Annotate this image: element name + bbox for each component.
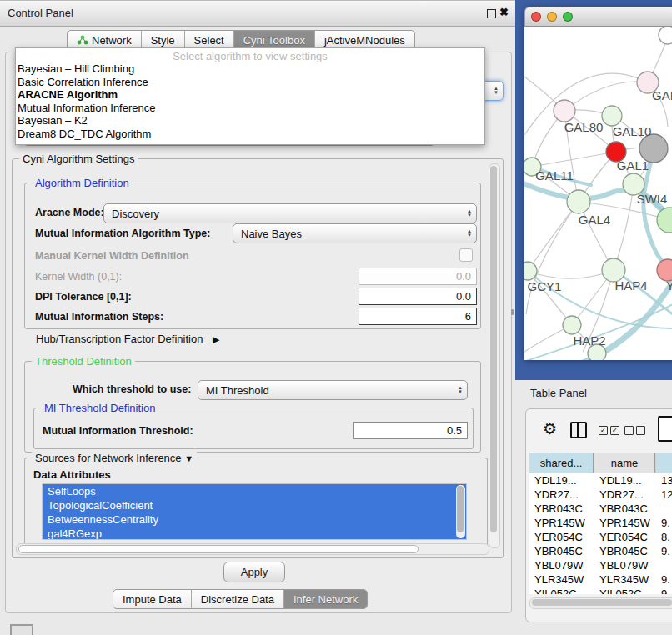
apply-button[interactable]: Apply [223,562,285,582]
settings-vertical-scrollbar[interactable] [489,163,500,548]
tab-infer-network[interactable]: Infer Network [284,590,367,608]
algorithm-option[interactable]: Basic Correlation Inference [16,76,484,89]
data-attribute-item[interactable]: SelfLoops [43,484,466,498]
app-root: Control Panel ✖ Network Style Select Cyn… [0,0,672,635]
stepper-icon: ▲▼ [489,87,503,95]
panel-title: Control Panel [8,7,73,19]
algorithm-option[interactable]: Bayesian – K2 [16,114,484,128]
table-row[interactable]: YDR27...YDR27...12 [529,488,672,502]
network-node[interactable] [659,27,672,44]
close-traffic-light-icon[interactable] [531,12,541,22]
collapse-down-icon[interactable]: ▼ [184,453,193,463]
network-node[interactable] [567,190,590,213]
mi-threshold-field[interactable]: 0.5 [353,422,468,439]
algorithm-definition-legend: Algorithm Definition [32,177,133,189]
algorithm-option[interactable]: Mutual Information Inference [16,102,484,115]
which-threshold-combo[interactable]: MI Threshold ▲▼ [198,380,468,400]
algorithm-option[interactable]: Bayesian – Hill Climbing [16,62,484,76]
data-attribute-item[interactable]: TopologicalCoefficient [43,498,466,512]
manual-kernel-checkbox[interactable] [459,248,473,262]
column-header[interactable]: name [594,453,655,472]
column-header[interactable]: shared... [529,453,594,472]
deselect-all-checkboxes-icon[interactable] [624,426,645,435]
minimize-traffic-light-icon[interactable] [547,12,557,22]
network-window-titlebar[interactable] [524,7,672,27]
mi-algorithm-type-combo[interactable]: Naive Bayes ▲▼ [233,223,477,243]
table-horizontal-scrollbar[interactable] [529,598,672,609]
tab-discretize-data[interactable]: Discretize Data [192,590,284,608]
table-row[interactable]: YBL079WYBL079W [529,558,672,572]
scrollbar-thumb[interactable] [18,545,419,553]
close-icon[interactable]: ✖ [499,6,509,18]
kernel-width-field[interactable]: 0.0 [359,268,477,285]
table-row[interactable]: YLR345WYLR345W9. [529,572,672,587]
network-node[interactable] [563,316,581,334]
dpi-tolerance-field[interactable]: 0.0 [359,288,477,305]
table-cell: YDR27... [529,488,594,502]
float-window-icon[interactable] [487,9,496,18]
table-panel-title: Table Panel [530,387,587,399]
stepper-icon: ▲▼ [454,386,467,394]
table-row[interactable]: YBR043CYBR043C [529,502,672,516]
table-header-row: shared...name [529,452,672,473]
columns-icon[interactable] [570,422,587,438]
table-cell: YDL19... [529,473,594,488]
select-all-checkboxes-icon[interactable]: ✓✓ [599,426,619,435]
table-row[interactable]: YDL19...YDL19...13 [529,473,672,488]
table-cell: YDR27... [594,488,655,502]
node-label: Y [666,278,672,292]
zoom-traffic-light-icon[interactable] [563,12,573,22]
table-row[interactable]: YBR045CYBR045C9. [529,544,672,558]
table-cell: YER054C [594,530,655,544]
gear-icon[interactable]: ⚙ [543,419,557,438]
table-cell: YDL19... [594,473,655,488]
data-attribute-item[interactable]: gal4RGexp [43,527,466,540]
table-cell: YBL079W [529,558,594,572]
data-attributes-list[interactable]: SelfLoopsTopologicalCoefficientBetweenne… [42,483,467,540]
table-cell: 9 [655,587,672,594]
network-node[interactable] [657,208,672,232]
table-cell: 9. [655,544,672,558]
algorithm-option[interactable]: ARACNE Algorithm [16,88,484,102]
column-header[interactable] [655,453,672,472]
tab-select[interactable]: Select [185,31,234,49]
list-scrollbar[interactable] [456,485,465,538]
mi-threshold-legend: MI Threshold Definition [41,402,158,414]
table-cell: 13 [655,473,672,488]
aracne-mode-combo[interactable]: Discovery ▲▼ [103,203,477,223]
docked-panel-icon[interactable] [10,624,33,635]
export-table-icon[interactable] [658,416,672,442]
scrollbar-thumb[interactable] [490,166,497,532]
tab-network[interactable]: Network [68,31,142,49]
network-edge [532,152,616,167]
node-label: HAP2 [573,333,605,348]
table-row[interactable]: YPR145WYPR145W9. [529,516,672,530]
scrollbar-thumb[interactable] [532,599,672,606]
tab-cyni-toolbox[interactable]: Cyni Toolbox [234,31,315,49]
split-pane-handle[interactable] [511,309,514,315]
sources-group: Sources for Network Inference ▼ Data Att… [24,458,488,550]
tab-label: Network [92,34,132,47]
algorithm-option[interactable]: Dream8 DC_TDC Algorithm [16,128,484,141]
aracne-mode-label: Aracne Mode: [35,207,104,218]
tab-style[interactable]: Style [142,31,185,49]
table-row[interactable]: YIL052CYIL052C9 [529,587,672,594]
mi-threshold-label: Mutual Information Threshold: [43,425,193,437]
network-canvas[interactable]: GALGAL80GAL10GAL1SWI4GAL11GAL4GCY1HAP4YH… [524,27,672,360]
table-cell: YBR043C [594,502,655,516]
data-attribute-item[interactable]: BetweennessCentrality [43,512,466,527]
network-node[interactable] [602,106,622,126]
node-label: GAL4 [579,212,610,227]
algorithm-dropdown-popup: Select algorithm to view settings Bayesi… [15,48,485,145]
table-row[interactable]: YER054CYER054C8. [529,530,672,544]
hub-definition-toggle[interactable]: Hub/Transcription Factor Definition ▶ [36,332,219,345]
tab-impute-data[interactable]: Impute Data [113,590,192,608]
dropdown-prompt: Select algorithm to view settings [16,50,484,62]
settings-horizontal-scrollbar[interactable] [16,543,489,555]
table-cell: YBR045C [594,544,655,558]
table-cell: YBR045C [529,544,594,558]
tab-jactivemnodules[interactable]: jActiveMNodules [315,31,414,49]
mi-steps-field[interactable]: 6 [359,308,477,325]
expand-right-icon[interactable]: ▶ [213,334,219,344]
network-node[interactable] [554,100,575,122]
